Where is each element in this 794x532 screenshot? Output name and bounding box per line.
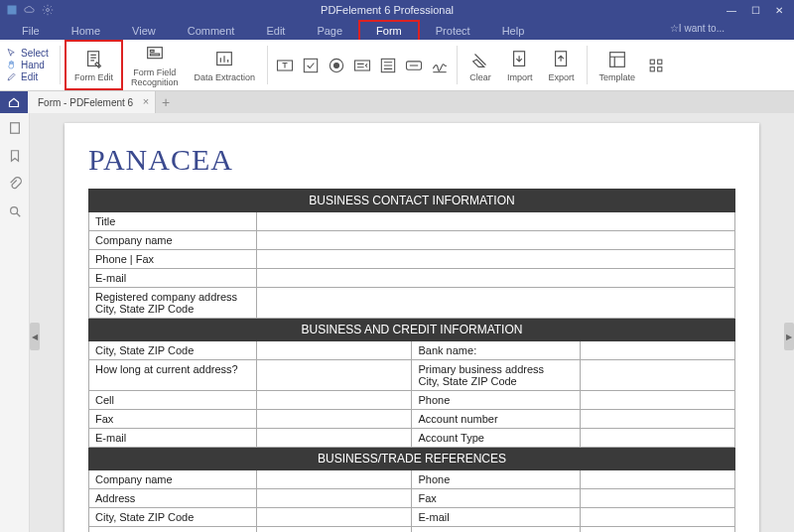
close-button[interactable]: ✕ (768, 1, 790, 19)
combo-box-icon[interactable] (349, 40, 375, 90)
menu-view[interactable]: View (116, 22, 172, 40)
title-bar: PDFelement 6 Professional — ☐ ✕ (0, 0, 794, 20)
menu-home[interactable]: Home (56, 22, 116, 40)
form-cell (257, 212, 735, 231)
menu-comment[interactable]: Comment (172, 22, 251, 40)
menu-file[interactable]: File (6, 22, 56, 40)
form-cell (257, 288, 735, 319)
svg-rect-16 (610, 52, 625, 66)
svg-rect-11 (355, 61, 370, 70)
minimize-button[interactable]: — (721, 1, 742, 19)
form-cell (257, 470, 412, 489)
svg-rect-4 (150, 50, 154, 52)
cloud-icon[interactable] (24, 4, 36, 16)
form-cell: Fax (412, 489, 580, 508)
form-cell: Company name (89, 231, 257, 250)
form-cell (257, 410, 412, 429)
form-cell: E-mail (412, 508, 580, 527)
thumbnails-icon[interactable] (8, 121, 22, 135)
signature-icon[interactable] (427, 40, 453, 90)
form-cell: Company name (89, 470, 257, 489)
form-cell (257, 429, 412, 448)
search-rail-icon[interactable] (8, 204, 22, 218)
svg-rect-17 (650, 60, 654, 64)
svg-rect-18 (658, 60, 662, 64)
svg-rect-0 (8, 6, 17, 15)
document-tab-strip: Form - PDFelement 6 × + (0, 91, 794, 113)
gear-icon[interactable] (42, 4, 54, 16)
section-header: BUSINESS CONTACT INFORMATION (89, 190, 735, 212)
data-extraction-button[interactable]: Data Extraction (187, 40, 264, 90)
document-canvas[interactable]: ◀ ▶ PANACEA BUSINESS CONTACT INFORMATION… (30, 113, 794, 532)
home-tab-button[interactable] (0, 91, 28, 113)
import-button[interactable]: Import (499, 40, 541, 90)
svg-rect-2 (87, 51, 98, 66)
form-cell (580, 527, 734, 533)
attachments-icon[interactable] (8, 177, 22, 191)
svg-point-10 (334, 63, 339, 67)
menu-help[interactable]: Help (486, 22, 541, 40)
radio-button-icon[interactable] (324, 40, 349, 90)
form-edit-button[interactable]: Form Edit (65, 40, 123, 90)
document-tab[interactable]: Form - PDFelement 6 × (28, 91, 156, 113)
maximize-button[interactable]: ☐ (744, 1, 766, 19)
form-cell (257, 508, 412, 527)
form-cell (580, 410, 734, 429)
form-cell: Account number (412, 410, 580, 429)
form-cell: City, State ZIP Code (89, 341, 257, 360)
form-cell (257, 250, 735, 269)
app-title: PDFelement 6 Professional (54, 4, 721, 16)
close-tab-icon[interactable]: × (143, 95, 149, 107)
menu-edit[interactable]: Edit (250, 22, 301, 40)
svg-rect-5 (150, 54, 159, 56)
form-cell: City, State ZIP Code (89, 508, 257, 527)
form-cell: Primary business address City, State ZIP… (412, 360, 580, 391)
ribbon: Select Hand Edit Form Edit Form Field Re… (0, 40, 794, 91)
section-header: BUSINESS AND CREDIT INFORMATION (89, 319, 735, 341)
brand-heading: PANACEA (88, 143, 735, 177)
menu-page[interactable]: Page (301, 22, 358, 40)
list-box-icon[interactable] (375, 40, 401, 90)
form-cell (257, 489, 412, 508)
form-cell: Account Type (412, 429, 580, 448)
form-cell (257, 269, 735, 288)
hand-tool[interactable]: Hand (6, 60, 56, 70)
form-cell: Phone (412, 470, 580, 489)
select-tool[interactable]: Select (6, 48, 56, 59)
form-cell: How long at current address? (89, 360, 257, 391)
left-rail (0, 113, 30, 532)
form-cell (580, 508, 734, 527)
form-cell: Cell (89, 391, 257, 410)
template-button[interactable]: Template (592, 40, 644, 90)
form-cell (257, 527, 412, 533)
button-field-icon[interactable] (401, 40, 427, 90)
clear-button[interactable]: Clear (462, 40, 499, 90)
bookmarks-icon[interactable] (8, 149, 22, 163)
more-options-icon[interactable] (643, 40, 669, 90)
edit-tool[interactable]: Edit (6, 71, 56, 82)
i-want-to[interactable]: I want to... (670, 23, 725, 34)
svg-point-22 (10, 207, 17, 214)
svg-point-1 (47, 9, 50, 12)
form-cell: Title (89, 212, 257, 231)
form-cell (580, 429, 734, 448)
form-cell: Phone | Fax (89, 250, 257, 269)
export-button[interactable]: Export (541, 40, 583, 90)
add-tab-button[interactable]: + (156, 94, 176, 110)
form-cell: Bank name: (412, 341, 580, 360)
svg-rect-3 (147, 47, 162, 58)
app-logo-icon (6, 4, 18, 16)
text-field-icon[interactable] (272, 40, 298, 90)
form-field-recognition-button[interactable]: Form Field Recognition (123, 40, 187, 90)
svg-rect-19 (650, 66, 654, 70)
checkbox-icon[interactable] (298, 40, 324, 90)
menu-form[interactable]: Form (358, 20, 420, 40)
form-cell: Fax (89, 410, 257, 429)
svg-rect-20 (658, 66, 662, 70)
right-edge-handle[interactable]: ▶ (784, 323, 794, 350)
svg-rect-21 (10, 123, 19, 134)
menu-bar: FileHomeViewCommentEditPageFormProtectHe… (0, 20, 794, 40)
form-cell: E-mail (89, 269, 257, 288)
menu-protect[interactable]: Protect (420, 22, 486, 40)
left-edge-handle[interactable]: ◀ (30, 323, 40, 350)
